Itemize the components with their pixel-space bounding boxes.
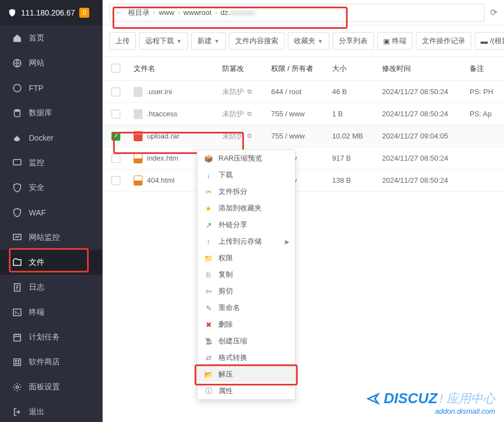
- col-name[interactable]: 文件名: [129, 64, 222, 74]
- ctx-item[interactable]: ↑上传到云存储▶: [197, 233, 295, 250]
- sidebar-item-logout[interactable]: 退出: [0, 399, 103, 422]
- svg-rect-12: [18, 362, 19, 364]
- ctx-icon: ↓: [204, 171, 213, 179]
- upload-button[interactable]: 上传: [109, 32, 136, 50]
- bc-dz[interactable]: dz.: [221, 8, 230, 17]
- col-tamper[interactable]: 防篡改: [222, 64, 271, 74]
- col-perm[interactable]: 权限 / 所有者: [271, 64, 332, 74]
- table-row[interactable]: .user.ini未防护 ⧉644 / root46 B2024/11/27 0…: [103, 81, 504, 103]
- favorites-button[interactable]: 收藏夹▼: [288, 32, 329, 50]
- refresh-icon[interactable]: ⟳: [490, 7, 497, 18]
- ctx-item[interactable]: ↗外链分享: [197, 217, 295, 233]
- disk-button[interactable]: ▬/(根目录) 3...: [475, 32, 504, 50]
- sidebar-item-store[interactable]: 软件商店: [0, 349, 103, 374]
- file-time: 2024/11/27 08:50:24: [382, 88, 470, 96]
- table-row[interactable]: 404.html ⧉5 / www138 B2024/11/27 08:50:2…: [103, 169, 504, 192]
- ctx-label: 剪切: [218, 286, 233, 296]
- file-size: 46 B: [332, 88, 382, 96]
- bc-www[interactable]: www: [159, 8, 174, 17]
- file-size: 138 B: [332, 176, 382, 184]
- sidebar-item-docker[interactable]: Docker: [0, 125, 103, 150]
- sidebar-item-label: 数据库: [29, 108, 52, 118]
- ctx-item[interactable]: ⇄格式转换: [197, 349, 295, 366]
- sidebar-item-site[interactable]: 网站: [0, 50, 103, 75]
- monitor-icon: [12, 158, 22, 168]
- ctx-item[interactable]: 📁权限: [197, 250, 295, 266]
- sidebar-item-ftp[interactable]: FTP: [0, 75, 103, 100]
- sidebar-item-term[interactable]: 终端: [0, 300, 103, 325]
- sidebar-item-label: 网站: [29, 58, 44, 68]
- sidebar-item-db[interactable]: 数据库: [0, 100, 103, 125]
- ctx-item[interactable]: 🗜创建压缩: [197, 333, 295, 349]
- content-search-button[interactable]: 文件内容搜索: [229, 32, 284, 50]
- ctx-item[interactable]: ✄剪切: [197, 283, 295, 300]
- svg-rect-6: [13, 309, 21, 316]
- sidebar-item-security[interactable]: 安全: [0, 175, 103, 200]
- bc-root[interactable]: 根目录: [128, 8, 150, 18]
- ctx-icon: ⎘: [204, 271, 213, 279]
- table-row[interactable]: .htaccess未防护 ⧉755 / www1 B2024/11/27 08:…: [103, 103, 504, 125]
- row-checkbox[interactable]: [111, 154, 120, 163]
- breadcrumb[interactable]: ← 根目录 › www › wwwroot › dz.xxxxxxx: [109, 4, 485, 22]
- ctx-item[interactable]: ⓘ属性: [197, 383, 295, 399]
- file-icon: [134, 153, 142, 163]
- ctx-item[interactable]: ✖删除: [197, 316, 295, 333]
- svg-rect-7: [14, 334, 21, 341]
- ctx-item[interactable]: ✂文件拆分: [197, 183, 295, 200]
- share-list-button[interactable]: 分享列表: [333, 32, 374, 50]
- ctx-item[interactable]: ↓下载: [197, 167, 295, 183]
- bc-wwwroot[interactable]: wwwroot: [184, 8, 212, 17]
- svg-rect-10: [18, 360, 19, 362]
- ctx-item[interactable]: 📂解压: [197, 366, 295, 383]
- operation-log-button[interactable]: 文件操作记录: [416, 32, 471, 50]
- table-row[interactable]: upload.rar未防护 ⧉755 / www10.02 MB2024/11/…: [103, 125, 504, 147]
- sidebar-item-monitor[interactable]: 监控: [0, 150, 103, 175]
- ctx-icon: 🗜: [204, 337, 213, 346]
- terminal-button[interactable]: ▣终端: [377, 32, 413, 50]
- ctx-icon: 📂: [204, 370, 213, 379]
- row-checkbox[interactable]: [111, 176, 120, 185]
- ctx-item[interactable]: ✎重命名: [197, 300, 295, 316]
- file-name: .user.ini: [147, 88, 172, 96]
- row-checkbox[interactable]: [111, 88, 120, 96]
- back-icon[interactable]: ←: [115, 8, 123, 17]
- main-panel: ← 根目录 › www › wwwroot › dz.xxxxxxx ⟳ 上传 …: [103, 0, 504, 422]
- security-icon: [12, 183, 22, 193]
- remote-download-button[interactable]: 远程下载▼: [139, 32, 188, 50]
- tamper-status: 未防护 ⧉: [222, 109, 271, 119]
- ctx-label: 解压: [218, 369, 233, 379]
- sidebar-item-label: 文件: [29, 258, 44, 267]
- file-name: .htaccess: [147, 110, 177, 118]
- file-name: upload.rar: [147, 132, 180, 140]
- sidebar-item-waf[interactable]: WAF: [0, 200, 103, 225]
- ctx-item[interactable]: ⎘复制: [197, 266, 295, 283]
- table-row[interactable]: index.htm ⧉5 / www917 B2024/11/27 08:50:…: [103, 147, 504, 169]
- sidebar-item-home[interactable]: 首页: [0, 25, 103, 50]
- row-checkbox[interactable]: [111, 110, 120, 119]
- sidebar-item-sitemon[interactable]: 网站监控: [0, 225, 103, 250]
- row-checkbox[interactable]: [111, 132, 120, 141]
- col-time[interactable]: 修改时间: [382, 64, 470, 74]
- ctx-item[interactable]: 📦RAR压缩预览: [197, 150, 295, 167]
- col-size[interactable]: 大小: [332, 64, 382, 74]
- sidebar-item-label: 网站监控: [29, 233, 60, 243]
- site-icon: [12, 58, 22, 68]
- select-all-checkbox[interactable]: [111, 64, 120, 73]
- file-icon: [134, 87, 142, 97]
- file-perm: 644 / root: [271, 88, 332, 96]
- notification-badge[interactable]: 0: [79, 8, 89, 18]
- new-button[interactable]: 新建▼: [191, 32, 226, 50]
- home-icon: [12, 33, 22, 43]
- sidebar-item-settings[interactable]: 面板设置: [0, 374, 103, 399]
- docker-icon: [12, 133, 22, 143]
- sidebar-item-logs[interactable]: 日志: [0, 275, 103, 300]
- file-table: 文件名 防篡改 权限 / 所有者 大小 修改时间 备注 .user.ini未防护…: [103, 56, 504, 192]
- ctx-item[interactable]: ★添加到收藏夹: [197, 200, 295, 217]
- sidebar-item-label: 退出: [29, 407, 44, 417]
- ctx-icon: ↗: [204, 221, 213, 229]
- sidebar-item-files[interactable]: 文件: [0, 250, 103, 275]
- sidebar-item-cron[interactable]: 计划任务: [0, 325, 103, 349]
- file-time: 2024/11/27 08:50:24: [382, 154, 470, 162]
- store-icon: [12, 357, 22, 367]
- col-note[interactable]: 备注: [470, 64, 497, 74]
